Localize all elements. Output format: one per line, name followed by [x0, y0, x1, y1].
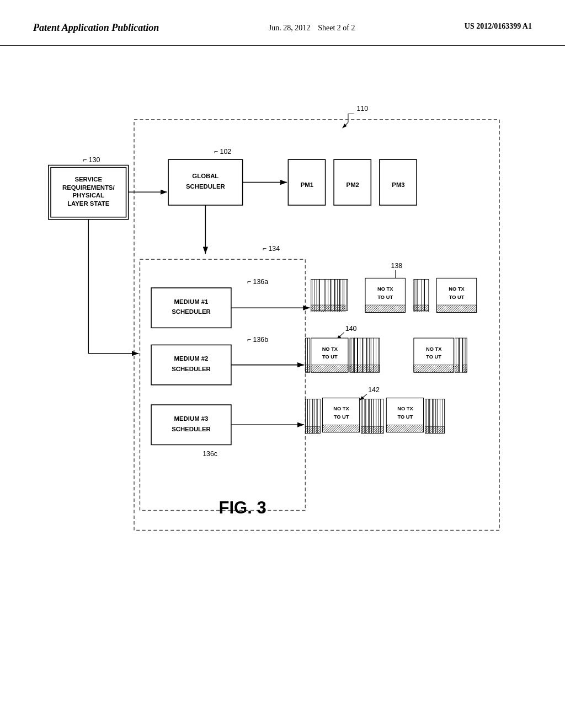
service-text-3: PHYSICAL	[73, 192, 104, 199]
svg-rect-18	[365, 305, 405, 312]
pub-date: Jun. 28, 2012	[269, 24, 310, 32]
publication-date-sheet: Jun. 28, 2012 Sheet 2 of 2	[269, 22, 355, 34]
timeline-138: NO TX TO UT NO TX TO UT	[311, 279, 477, 313]
notx5-text1: NO TX	[333, 406, 349, 412]
notx6-text1: NO TX	[397, 406, 413, 412]
notx1-text2: TO UT	[377, 295, 393, 300]
ref-102: ⌐ 102	[214, 148, 231, 156]
med3-text-2: SCHEDULER	[172, 426, 211, 432]
global-text-1: GLOBAL	[192, 173, 218, 180]
med2-box	[151, 345, 231, 385]
med1-text-1: MEDIUM #1	[174, 298, 209, 305]
svg-rect-63	[386, 425, 423, 432]
svg-rect-25	[311, 305, 345, 312]
ref-134: ⌐ 134	[263, 245, 280, 253]
notx3-text1: NO TX	[322, 346, 338, 352]
svg-rect-69	[425, 427, 445, 433]
svg-rect-29	[311, 365, 348, 372]
svg-rect-43	[455, 365, 459, 372]
svg-rect-41	[305, 365, 310, 372]
svg-rect-54	[322, 425, 359, 432]
pm1-text: PM1	[301, 181, 313, 188]
timeline-142: NO TX TO UT NO TX TO UT	[305, 398, 444, 433]
svg-rect-61	[361, 427, 383, 433]
med1-text-2: SCHEDULER	[172, 309, 211, 315]
service-text-2: REQUIREMENTS/	[62, 184, 115, 191]
notx5-text2: TO UT	[334, 414, 349, 420]
diagram-container: 110 ⌐ 130 SERVICE REQUIREMENTS/ PHYSICAL…	[0, 57, 565, 553]
med2-text-2: SCHEDULER	[172, 366, 211, 372]
timeline-140: NO TX TO UT NO TX TO UT	[305, 338, 467, 372]
med3-text-1: MEDIUM #3	[174, 415, 209, 422]
svg-line-7	[343, 122, 348, 128]
pm3-text: PM3	[392, 181, 404, 188]
service-text-1: SERVICE	[74, 176, 102, 183]
sheet-num: Sheet 2 of 2	[318, 24, 355, 32]
svg-rect-46	[462, 365, 467, 372]
svg-rect-24	[436, 305, 476, 312]
pm2-text: PM2	[347, 181, 359, 188]
patent-number: US 2012/0163399 A1	[465, 22, 532, 31]
notx2-text1: NO TX	[449, 287, 465, 292]
ref-136b: ⌐ 136b	[247, 336, 268, 344]
notx3-text2: TO UT	[322, 355, 338, 360]
publication-title: Patent Application Publication	[33, 22, 159, 34]
global-text-2: SCHEDULER	[186, 183, 225, 190]
svg-rect-26	[414, 305, 429, 312]
notx4-text2: TO UT	[426, 355, 441, 360]
ref-138: 138	[391, 262, 403, 270]
ref-136a: ⌐ 136a	[247, 278, 268, 286]
med3-box	[151, 405, 231, 445]
med1-box	[151, 288, 231, 328]
service-text-4: LAYER STATE	[67, 200, 110, 207]
svg-rect-37	[350, 365, 380, 372]
svg-rect-52	[305, 427, 320, 433]
notx2-text2: TO UT	[449, 295, 465, 300]
ref-140: 140	[345, 325, 357, 333]
med2-text-1: MEDIUM #2	[174, 356, 209, 362]
svg-rect-44	[460, 338, 462, 372]
svg-rect-39	[414, 365, 454, 372]
diagram-svg: 110 ⌐ 130 SERVICE REQUIREMENTS/ PHYSICAL…	[0, 57, 565, 553]
page-header: Patent Application Publication Jun. 28, …	[0, 0, 565, 46]
ref-136c: 136c	[202, 451, 217, 458]
ref-130: ⌐ 130	[83, 157, 100, 164]
fig-caption: FIG. 3	[219, 498, 266, 517]
ref-110: 110	[356, 105, 368, 113]
global-scheduler-box	[168, 160, 242, 206]
notx1-text1: NO TX	[377, 287, 393, 292]
ref-142: 142	[368, 387, 380, 394]
notx6-text2: TO UT	[398, 414, 413, 420]
notx4-text1: NO TX	[426, 346, 442, 352]
